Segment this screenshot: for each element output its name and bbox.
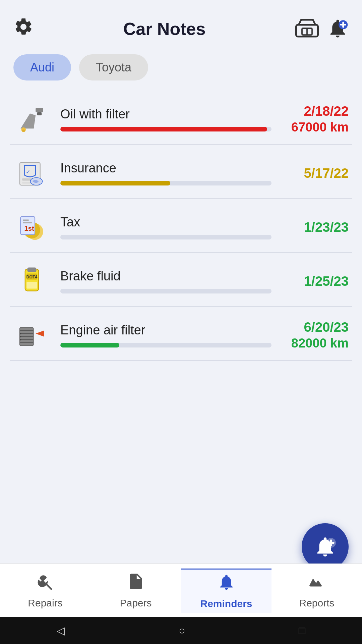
- svg-rect-20: [23, 222, 32, 223]
- reminder-content-oil: Oil with filter: [60, 107, 272, 131]
- svg-point-34: [20, 333, 21, 334]
- svg-marker-33: [36, 331, 44, 337]
- reminder-name-insurance: Insurance: [60, 161, 272, 175]
- reminder-date-engine-air-filter: 6/20/2382000 km: [282, 320, 349, 351]
- add-notification-icon[interactable]: [327, 17, 349, 41]
- svg-rect-6: [36, 108, 43, 112]
- nav-repairs[interactable]: Repairs: [0, 569, 90, 612]
- reminder-content-tax: Tax: [60, 215, 272, 239]
- android-navbar: ◁ ○ □: [0, 617, 362, 644]
- reminder-date-brake-fluid: 1/25/23: [282, 274, 349, 289]
- progress-bar-tax: [60, 235, 272, 239]
- back-button[interactable]: ◁: [57, 624, 65, 637]
- reminder-date-oil: 2/18/2267000 km: [282, 104, 349, 135]
- reminder-name-oil: Oil with filter: [60, 107, 272, 121]
- reminders-label: Reminders: [200, 598, 252, 609]
- reminder-name-engine-air-filter: Engine air filter: [60, 323, 272, 337]
- header-actions: [295, 17, 349, 41]
- progress-bar-brake-fluid: [60, 289, 272, 293]
- tax-icon: $ 1st: [13, 209, 50, 246]
- svg-text:1st: 1st: [24, 225, 35, 232]
- svg-rect-7: [37, 112, 42, 115]
- reminders-list: Oil with filter2/18/2267000 km ✓ Insuran…: [0, 91, 362, 361]
- reminder-item-brake-fluid[interactable]: DOT4 Brake fluid1/25/23: [10, 253, 352, 307]
- car-tabs: Audi Toyota: [0, 48, 362, 91]
- reports-icon: [308, 572, 326, 595]
- insurance-icon: ✓: [13, 155, 50, 192]
- header: Car Notes: [0, 0, 362, 48]
- engine-air-filter-icon: [13, 317, 50, 354]
- home-button[interactable]: ○: [179, 625, 185, 637]
- svg-rect-26: [26, 282, 37, 288]
- brake-fluid-icon: DOT4: [13, 263, 50, 300]
- svg-point-36: [20, 339, 21, 340]
- recent-button[interactable]: □: [299, 625, 305, 637]
- reminder-content-engine-air-filter: Engine air filter: [60, 323, 272, 347]
- papers-icon: [127, 572, 145, 595]
- settings-icon[interactable]: [13, 17, 34, 41]
- svg-text:✓: ✓: [26, 169, 30, 175]
- svg-rect-13: [22, 182, 31, 184]
- repairs-label: Repairs: [28, 597, 62, 609]
- bottom-nav: Repairs Papers Reminders Reports: [0, 564, 362, 617]
- reminder-content-insurance: Insurance: [60, 161, 272, 185]
- app-title: Car Notes: [34, 19, 295, 39]
- reminder-date-tax: 1/23/23: [282, 220, 349, 235]
- reminder-item-insurance[interactable]: ✓ Insurance5/17/22: [10, 145, 352, 199]
- papers-label: Papers: [120, 597, 152, 609]
- reports-label: Reports: [299, 597, 334, 609]
- reminder-name-brake-fluid: Brake fluid: [60, 269, 272, 283]
- tab-audi[interactable]: Audi: [13, 54, 71, 80]
- progress-bar-engine-air-filter: [60, 343, 272, 347]
- nav-reports[interactable]: Reports: [272, 569, 362, 612]
- nav-papers[interactable]: Papers: [90, 569, 181, 612]
- progress-bar-insurance: [60, 181, 272, 185]
- reminders-icon: [217, 573, 236, 595]
- reminder-item-tax[interactable]: $ 1st Tax1/23/23: [10, 199, 352, 253]
- oil-icon: [13, 101, 50, 138]
- svg-text:DOT4: DOT4: [26, 275, 38, 279]
- svg-rect-19: [23, 220, 29, 221]
- svg-point-9: [22, 130, 25, 132]
- reminder-content-brake-fluid: Brake fluid: [60, 269, 272, 293]
- garage-icon[interactable]: [295, 18, 319, 40]
- reminder-item-oil[interactable]: Oil with filter2/18/2267000 km: [10, 91, 352, 145]
- reminder-date-insurance: 5/17/22: [282, 166, 349, 181]
- progress-bar-oil: [60, 127, 272, 131]
- svg-point-35: [20, 336, 21, 337]
- reminder-item-engine-air-filter[interactable]: Engine air filter6/20/2382000 km: [10, 307, 352, 361]
- reminder-name-tax: Tax: [60, 215, 272, 229]
- svg-rect-23: [27, 268, 37, 272]
- tab-toyota[interactable]: Toyota: [79, 54, 148, 80]
- add-reminder-fab[interactable]: [302, 523, 349, 570]
- nav-reminders[interactable]: Reminders: [181, 569, 272, 613]
- repairs-icon: [36, 572, 55, 595]
